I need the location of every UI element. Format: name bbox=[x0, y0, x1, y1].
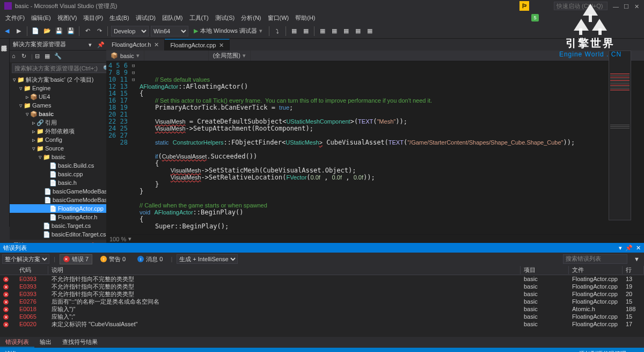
bottom-tab[interactable]: 错误列表 bbox=[0, 337, 34, 348]
save-all-icon[interactable]: 💾 bbox=[66, 26, 76, 36]
tool-icon[interactable]: ▦ bbox=[341, 26, 351, 36]
error-row[interactable]: ✕E0065应输入";"basicFloatingActor.cpp15 bbox=[0, 313, 644, 320]
left-toolbox-rail[interactable]: 服务器资源管理器 bbox=[0, 39, 10, 227]
solution-search-input[interactable]: 搜索解决方案资源管理器(Ctrl+;) 🔍 bbox=[12, 63, 113, 73]
tree-node[interactable]: 📄basicEditor.Target.cs bbox=[10, 230, 115, 239]
tree-node[interactable]: ▿📁basic bbox=[10, 153, 115, 161]
tree-node[interactable]: ▿📁解决方案'basic' (2 个项目) bbox=[10, 75, 115, 84]
error-scope-select[interactable]: 整个解决方案 bbox=[2, 254, 49, 264]
nav-fwd-icon[interactable]: ▶ bbox=[14, 26, 24, 36]
menu-item[interactable]: 分析(N) bbox=[238, 13, 264, 23]
refresh-icon[interactable]: ↻ bbox=[21, 53, 29, 60]
minimize-icon[interactable]: — bbox=[613, 3, 618, 9]
start-debug-button[interactable]: ▶ 本地 Windows 调试器 ▾ bbox=[191, 27, 266, 35]
tree-node[interactable]: ▹📁外部依赖项 bbox=[10, 127, 115, 135]
minimap[interactable] bbox=[609, 51, 631, 220]
menu-item[interactable]: 视图(V) bbox=[54, 13, 80, 23]
tree-node[interactable]: 📄basicGameModeBase.h bbox=[10, 196, 115, 204]
tree-node[interactable]: 📄FloatingActor.cpp bbox=[10, 204, 115, 213]
new-project-icon[interactable]: 📄 bbox=[31, 26, 40, 36]
filter-icon[interactable]: ▼ bbox=[634, 256, 640, 262]
errors-filter-button[interactable]: ✕错误 7 bbox=[60, 254, 92, 264]
tree-node[interactable]: 📄basicGameModeBase.cpp bbox=[10, 187, 115, 196]
menu-item[interactable]: 团队(M) bbox=[159, 13, 186, 23]
tool-icon[interactable]: ▦ bbox=[353, 26, 363, 36]
menu-item[interactable]: 项目(P) bbox=[80, 13, 106, 23]
menu-item[interactable]: 测试(S) bbox=[212, 13, 238, 23]
tree-node[interactable]: ▹🔗引用 bbox=[10, 118, 115, 127]
error-row[interactable]: ✕E0020未定义标识符 "CubeVisualAsset"basicFloat… bbox=[0, 320, 644, 328]
tree-node[interactable]: 📄basic.cpp bbox=[10, 170, 115, 178]
tree-node[interactable]: ▿📦basic bbox=[10, 110, 115, 118]
tool-icon[interactable]: ▦ bbox=[365, 26, 375, 36]
maximize-icon[interactable]: ☐ bbox=[624, 3, 629, 9]
panel-dropdown-icon[interactable]: ▾ bbox=[89, 41, 95, 48]
tree-node[interactable]: ▿📁Engine bbox=[10, 84, 115, 92]
menu-item[interactable]: 工具(T) bbox=[186, 13, 212, 23]
bottom-tab[interactable]: 查找符号结果 bbox=[57, 337, 103, 348]
menu-item[interactable]: 帮助(H) bbox=[292, 13, 318, 23]
error-search-input[interactable]: 搜索错误列表 bbox=[563, 254, 627, 264]
error-list-header: 错误列表 ▾ 📌 ✕ bbox=[0, 243, 644, 253]
panel-dropdown-icon[interactable]: ▾ bbox=[619, 245, 622, 252]
save-icon[interactable]: 💾 bbox=[54, 26, 64, 36]
show-all-icon[interactable]: ▦ bbox=[45, 53, 52, 60]
status-icon[interactable]: ▦ bbox=[634, 350, 640, 353]
menu-item[interactable]: 编辑(E) bbox=[28, 13, 54, 23]
menu-item[interactable]: 文件(F) bbox=[2, 13, 28, 23]
editor-tab[interactable]: FloatingActor.cpp✕ bbox=[165, 39, 230, 51]
notifications-icon[interactable]: 🏳 bbox=[519, 1, 529, 11]
solution-tree[interactable]: ▿📁解决方案'basic' (2 个项目)▿📁Engine▹📦UE4▿📁Game… bbox=[10, 74, 115, 240]
close-icon[interactable]: ✕ bbox=[219, 42, 224, 49]
zoom-indicator[interactable]: 100 %▾ bbox=[106, 234, 644, 243]
step-icon[interactable]: ⤵ bbox=[273, 26, 282, 36]
editor-tab[interactable]: FloatingActor.h✕ bbox=[106, 39, 165, 51]
quick-launch-input[interactable] bbox=[554, 2, 608, 10]
build-filter-select[interactable]: 生成 + IntelliSense bbox=[177, 254, 238, 264]
error-row[interactable]: ✕E0393不允许指针指向不完整的类类型basicFloatingActor.c… bbox=[0, 275, 644, 283]
tree-node[interactable]: ▿📁Games bbox=[10, 101, 115, 110]
vs-icon bbox=[4, 2, 12, 10]
pin-icon[interactable]: 📌 bbox=[625, 245, 633, 252]
messages-filter-button[interactable]: i消息 0 bbox=[134, 254, 166, 264]
platform-select[interactable]: Win64 bbox=[151, 26, 188, 37]
tree-node[interactable]: ▹📦UE4 bbox=[10, 92, 115, 101]
output-tabs: 错误列表输出查找符号结果 bbox=[0, 337, 644, 348]
tool-icon[interactable]: ▦ bbox=[289, 26, 299, 36]
error-row[interactable]: ✕E0018应输入")"basicAtomic.h188 bbox=[0, 305, 644, 313]
warnings-filter-button[interactable]: !警告 0 bbox=[97, 254, 129, 264]
tool-icon[interactable]: ▦ bbox=[330, 26, 339, 36]
tree-node[interactable]: 📄basic.h bbox=[10, 178, 115, 187]
error-table[interactable]: 代码说明项目文件行 ✕E0393不允许指针指向不完整的类类型basicFloat… bbox=[0, 265, 644, 337]
pin-icon[interactable]: 📌 bbox=[97, 41, 104, 48]
bottom-tab[interactable]: 输出 bbox=[34, 337, 57, 348]
open-icon[interactable]: 📂 bbox=[42, 26, 52, 36]
tree-node[interactable]: 📄basic.Build.cs bbox=[10, 161, 115, 170]
collapse-icon[interactable]: ⊟ bbox=[35, 53, 42, 60]
menu-item[interactable]: 生成(B) bbox=[106, 13, 133, 23]
tool-icon[interactable]: ▦ bbox=[301, 26, 311, 36]
home-icon[interactable]: ⌂ bbox=[12, 53, 19, 60]
code-breadcrumb[interactable]: 📦basic▾ (全局范围)▾ bbox=[106, 51, 644, 61]
source-control-button[interactable]: ↑ 添加到源代码管理 ▴ bbox=[574, 350, 631, 353]
close-icon[interactable]: ✕ bbox=[154, 41, 159, 48]
menu-item[interactable]: 调试(D) bbox=[133, 13, 159, 23]
code-editor[interactable]: 4 5 6 7 8 9 10 11 12 13 14 15 16 17 18 1… bbox=[106, 61, 644, 234]
error-row[interactable]: ✕E0393不允许指针指向不完整的类类型basicFloatingActor.c… bbox=[0, 283, 644, 290]
properties-icon[interactable]: 🔧 bbox=[54, 53, 62, 60]
tree-node[interactable]: ▿📁Source bbox=[10, 144, 115, 153]
tool-icon[interactable]: ▦ bbox=[318, 26, 327, 36]
tree-node[interactable]: 📄FloatingActor.h bbox=[10, 213, 115, 221]
tree-node[interactable]: 📄basic.Target.cs bbox=[10, 221, 115, 230]
tree-node[interactable]: ▹📁Config bbox=[10, 135, 115, 144]
error-row[interactable]: ✕E0393不允许指针指向不完整的类类型basicFloatingActor.c… bbox=[0, 290, 644, 298]
close-icon[interactable]: ✕ bbox=[634, 3, 640, 9]
nav-back-icon[interactable]: ◀ bbox=[2, 26, 12, 36]
menu-item[interactable]: 窗口(W) bbox=[265, 13, 292, 23]
close-icon[interactable]: ✕ bbox=[636, 245, 641, 252]
notification-badge[interactable]: 5 bbox=[531, 14, 539, 21]
error-row[interactable]: ✕E0276后面有"::"的名称一定是类名或命名空间名basicFloating… bbox=[0, 298, 644, 305]
redo-icon[interactable]: ↷ bbox=[94, 26, 104, 36]
config-select[interactable]: Develop bbox=[111, 26, 149, 37]
undo-icon[interactable]: ↶ bbox=[83, 26, 92, 36]
